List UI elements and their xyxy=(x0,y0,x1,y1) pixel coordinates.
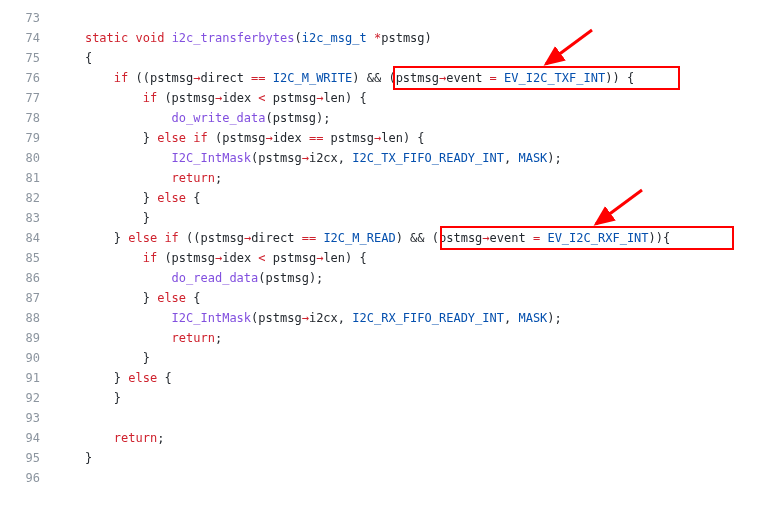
code-line: 94 return; xyxy=(0,428,774,448)
line-number: 81 xyxy=(0,168,56,188)
code-line: 80 I2C_IntMask(pstmsg→i2cx, I2C_TX_FIFO_… xyxy=(0,148,774,168)
line-number: 83 xyxy=(0,208,56,228)
line-number: 94 xyxy=(0,428,56,448)
code-line: 91 } else { xyxy=(0,368,774,388)
line-number: 89 xyxy=(0,328,56,348)
code-line: 87 } else { xyxy=(0,288,774,308)
code-line: 90 } xyxy=(0,348,774,368)
line-number: 78 xyxy=(0,108,56,128)
line-number: 77 xyxy=(0,88,56,108)
line-number: 91 xyxy=(0,368,56,388)
code-line: 81 return; xyxy=(0,168,774,188)
code-line: 82 } else { xyxy=(0,188,774,208)
line-number: 80 xyxy=(0,148,56,168)
code-line: 83 } xyxy=(0,208,774,228)
code-line: 84 } else if ((pstmsg→direct == I2C_M_RE… xyxy=(0,228,774,248)
code-line: 76 if ((pstmsg→direct == I2C_M_WRITE) &&… xyxy=(0,68,774,88)
code-line: 96 xyxy=(0,468,774,488)
line-number: 79 xyxy=(0,128,56,148)
line-number: 86 xyxy=(0,268,56,288)
line-number: 73 xyxy=(0,8,56,28)
line-number: 75 xyxy=(0,48,56,68)
code-line: 88 I2C_IntMask(pstmsg→i2cx, I2C_RX_FIFO_… xyxy=(0,308,774,328)
code-line: 93 xyxy=(0,408,774,428)
line-number: 96 xyxy=(0,468,56,488)
line-number: 92 xyxy=(0,388,56,408)
code-line: 78 do_write_data(pstmsg); xyxy=(0,108,774,128)
line-number: 76 xyxy=(0,68,56,88)
line-number: 85 xyxy=(0,248,56,268)
line-number: 90 xyxy=(0,348,56,368)
code-line: 89 return; xyxy=(0,328,774,348)
code-line: 77 if (pstmsg→idex < pstmsg→len) { xyxy=(0,88,774,108)
code-line: 73 xyxy=(0,8,774,28)
line-number: 93 xyxy=(0,408,56,428)
code-line: 86 do_read_data(pstmsg); xyxy=(0,268,774,288)
code-line: 79 } else if (pstmsg→idex == pstmsg→len)… xyxy=(0,128,774,148)
code-block: 73 74 static void i2c_transferbytes(i2c_… xyxy=(0,8,774,488)
line-number: 82 xyxy=(0,188,56,208)
line-number: 95 xyxy=(0,448,56,468)
code-line: 92 } xyxy=(0,388,774,408)
code-line: 75 { xyxy=(0,48,774,68)
code-line: 95 } xyxy=(0,448,774,468)
line-number: 74 xyxy=(0,28,56,48)
line-number: 84 xyxy=(0,228,56,248)
line-number: 87 xyxy=(0,288,56,308)
code-line: 74 static void i2c_transferbytes(i2c_msg… xyxy=(0,28,774,48)
line-number: 88 xyxy=(0,308,56,328)
code-line: 85 if (pstmsg→idex < pstmsg→len) { xyxy=(0,248,774,268)
